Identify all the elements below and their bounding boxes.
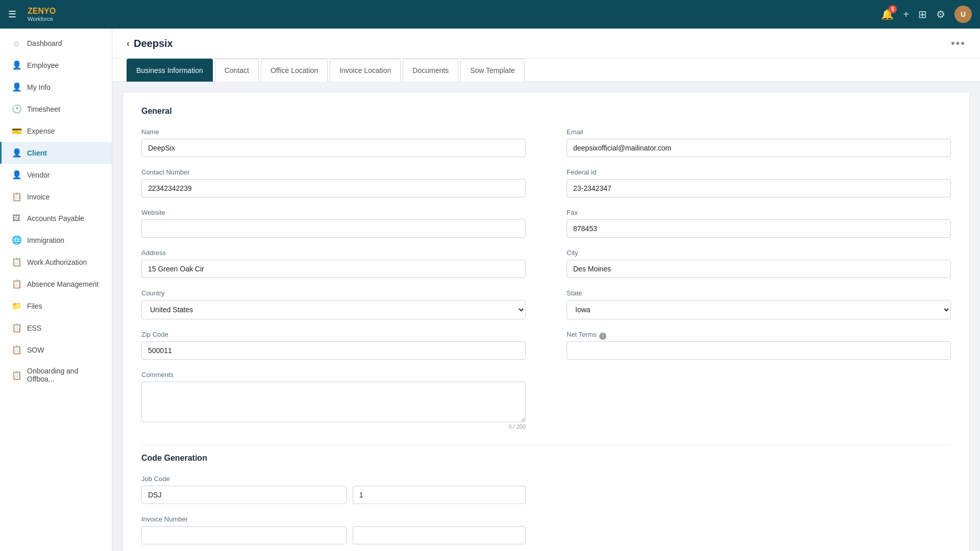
website-field: Website xyxy=(141,209,526,238)
address-label: Address xyxy=(141,249,526,257)
fax-input[interactable] xyxy=(567,219,951,238)
sidebar-label-work-authorization: Work Authorization xyxy=(27,258,87,266)
grid-icon[interactable]: ⊞ xyxy=(918,8,927,20)
ess-icon: 📋 xyxy=(12,323,21,333)
sidebar-item-expense[interactable]: 💳 Expense xyxy=(0,120,112,142)
invoice-number-suffix-input[interactable] xyxy=(353,526,526,544)
city-label: City xyxy=(567,249,951,257)
tab-office-location[interactable]: Office Location xyxy=(261,59,328,82)
name-field: Name xyxy=(141,128,526,157)
sidebar-label-client: Client xyxy=(27,149,47,157)
country-label: Country xyxy=(141,289,526,297)
sidebar-item-immigration[interactable]: 🌐 Immigration xyxy=(0,229,112,251)
sidebar-item-invoice[interactable]: 📋 Invoice xyxy=(0,186,112,208)
invoice-number-prefix-input[interactable] xyxy=(141,526,347,544)
sidebar-item-myinfo[interactable]: 👤 My Info xyxy=(0,76,112,98)
address-input[interactable] xyxy=(141,260,526,278)
city-input[interactable] xyxy=(567,260,951,278)
state-select[interactable]: Iowa Illinois Indiana Idaho xyxy=(567,300,951,319)
sidebar-item-files[interactable]: 📁 Files xyxy=(0,295,112,317)
email-field: Email xyxy=(567,128,951,157)
comments-field: Comments 0 / 200 xyxy=(141,371,526,430)
federal-id-input[interactable] xyxy=(567,179,951,197)
onboarding-icon: 📋 xyxy=(12,370,21,380)
job-code-row xyxy=(141,486,526,504)
zip-code-field: Zip Code xyxy=(141,331,526,360)
website-label: Website xyxy=(141,209,526,216)
code-generation-grid: Job Code Invoice Number xyxy=(141,475,951,551)
tabs-bar: Business Information Contact Office Loca… xyxy=(112,59,980,82)
sidebar-item-onboarding[interactable]: 📋 Onboarding and Offboa... xyxy=(0,361,112,389)
net-terms-label-row: Net Terms i xyxy=(567,331,951,341)
sidebar-item-client[interactable]: 👤 Client xyxy=(0,142,112,164)
general-form-grid: Name Contact Number Website Address xyxy=(141,128,951,441)
notification-icon[interactable]: 🔔 5 xyxy=(881,8,894,20)
sidebar-item-sow[interactable]: 📋 SOW xyxy=(0,339,112,361)
gear-icon[interactable]: ⚙ xyxy=(936,8,945,20)
state-label: State xyxy=(567,289,951,297)
tab-contact[interactable]: Contact xyxy=(215,59,259,82)
tab-documents[interactable]: Documents xyxy=(403,59,458,82)
invoice-number-row xyxy=(141,526,526,544)
contact-number-label: Contact Number xyxy=(141,168,526,176)
job-code-label: Job Code xyxy=(141,475,526,483)
sidebar-item-dashboard[interactable]: ⌂ Dashboard xyxy=(0,33,112,54)
section-divider xyxy=(141,445,951,445)
employee-icon: 👤 xyxy=(12,60,21,70)
right-column: Email Federal Id Fax City xyxy=(567,128,951,441)
comments-label: Comments xyxy=(141,371,526,379)
net-terms-info-icon[interactable]: i xyxy=(599,333,606,340)
form-card: General Name Contact Number Website xyxy=(122,92,970,551)
sidebar-item-accounts-payable[interactable]: 🖼 Accounts Payable xyxy=(0,208,112,229)
net-terms-field: Net Terms i xyxy=(567,331,951,360)
dashboard-icon: ⌂ xyxy=(12,39,21,48)
invoice-number-label: Invoice Number xyxy=(141,515,526,523)
sidebar-item-timesheet[interactable]: 🕐 Timesheet xyxy=(0,98,112,120)
sidebar-item-work-authorization[interactable]: 📋 Work Authorization xyxy=(0,251,112,273)
hamburger-icon[interactable]: ☰ xyxy=(8,9,16,20)
city-field: City xyxy=(567,249,951,278)
accounts-payable-icon: 🖼 xyxy=(12,214,21,223)
country-select[interactable]: United States Canada Mexico United Kingd… xyxy=(141,300,526,319)
email-input[interactable] xyxy=(567,139,951,157)
invoice-icon: 📋 xyxy=(12,192,21,202)
sidebar-label-employee: Employee xyxy=(27,61,59,69)
tab-invoice-location[interactable]: Invoice Location xyxy=(330,59,401,82)
sidebar-label-immigration: Immigration xyxy=(27,236,64,244)
back-link[interactable]: ‹ Deepsix xyxy=(127,38,173,49)
notification-badge: 5 xyxy=(889,5,897,13)
contact-number-input[interactable] xyxy=(141,179,526,197)
net-terms-input[interactable] xyxy=(567,341,951,360)
sidebar-label-invoice: Invoice xyxy=(27,193,50,201)
sidebar-label-sow: SOW xyxy=(27,346,44,354)
sidebar-item-employee[interactable]: 👤 Employee xyxy=(0,54,112,76)
timesheet-icon: 🕐 xyxy=(12,104,21,114)
add-icon[interactable]: + xyxy=(903,9,909,20)
zip-code-input[interactable] xyxy=(141,341,526,360)
more-options-button[interactable]: ••• xyxy=(951,37,966,50)
navbar-actions: 🔔 5 + ⊞ ⚙ U xyxy=(881,6,972,23)
contact-number-field: Contact Number xyxy=(141,168,526,197)
sidebar-item-ess[interactable]: 📋 ESS xyxy=(0,317,112,339)
sidebar-label-ess: ESS xyxy=(27,324,41,332)
comments-textarea[interactable] xyxy=(141,382,526,422)
job-code-suffix-input[interactable] xyxy=(353,486,526,504)
code-left-column: Job Code Invoice Number xyxy=(141,475,526,551)
avatar[interactable]: U xyxy=(954,6,972,23)
federal-id-label: Federal Id xyxy=(567,168,951,176)
vendor-icon: 👤 xyxy=(12,170,21,180)
name-input[interactable] xyxy=(141,139,526,157)
sidebar-label-timesheet: Timesheet xyxy=(27,105,60,113)
tab-sow-template[interactable]: Sow Template xyxy=(460,59,525,82)
sidebar-label-myinfo: My Info xyxy=(27,83,51,91)
myinfo-icon: 👤 xyxy=(12,82,21,92)
job-code-prefix-input[interactable] xyxy=(141,486,347,504)
sidebar-item-vendor[interactable]: 👤 Vendor xyxy=(0,164,112,186)
tab-business-information[interactable]: Business Information xyxy=(127,59,213,82)
sidebar-label-vendor: Vendor xyxy=(27,171,50,179)
sidebar-item-absence-management[interactable]: 📋 Absence Management xyxy=(0,273,112,295)
main-layout: ⌂ Dashboard 👤 Employee 👤 My Info 🕐 Times… xyxy=(0,29,980,551)
website-input[interactable] xyxy=(141,219,526,238)
brand-workforce: Workforce xyxy=(28,16,56,22)
invoice-number-field: Invoice Number xyxy=(141,515,526,544)
